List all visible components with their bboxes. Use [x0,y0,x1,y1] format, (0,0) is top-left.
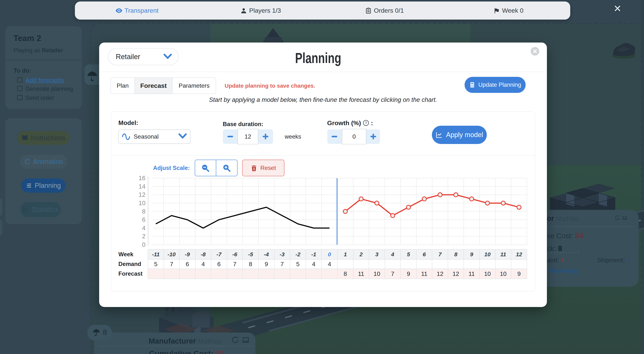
svg-text:10: 10 [138,199,146,206]
svg-text:12: 12 [138,191,146,198]
svg-text:14: 14 [138,183,146,190]
svg-text:16: 16 [138,175,146,181]
svg-text:4: 4 [142,225,146,231]
svg-text:8: 8 [142,208,146,215]
svg-text:6: 6 [142,216,146,223]
svg-text:2: 2 [142,233,146,240]
svg-text:?: ? [365,121,367,125]
svg-text:0: 0 [142,241,146,248]
